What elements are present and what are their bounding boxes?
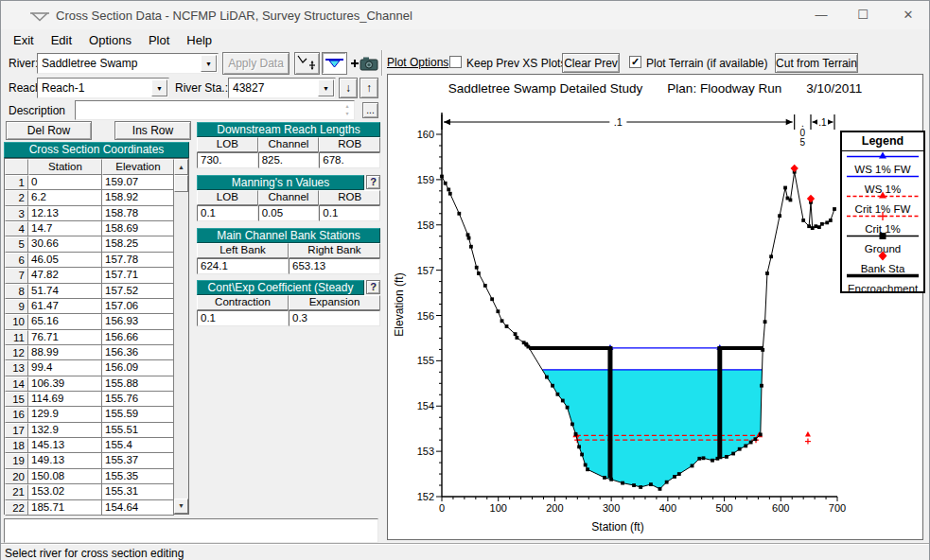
add-picture-button[interactable] (349, 52, 379, 75)
mannings-n-value-1[interactable]: 0.05 (258, 205, 320, 221)
elevation-cell[interactable]: 158.78 (102, 206, 174, 221)
elevation-cell[interactable]: 155.51 (102, 423, 174, 438)
river-sta-label: River Sta.: (175, 81, 228, 95)
apply-data-button[interactable]: Apply Data (222, 52, 290, 75)
station-cell[interactable]: 88.99 (28, 345, 102, 360)
keep-prev-label[interactable]: Keep Prev XS Plots (466, 57, 566, 70)
help-button-cont-exp[interactable]: ? (366, 280, 380, 294)
elevation-cell[interactable]: 154.64 (102, 500, 174, 516)
ground-point (744, 444, 747, 447)
table-scrollbar[interactable]: ▲ ▼ (174, 159, 188, 514)
station-cell[interactable]: 145.13 (28, 438, 102, 453)
reach-select[interactable]: Reach-1 ▼ (37, 78, 169, 98)
elevation-cell[interactable]: 158.69 (102, 221, 174, 236)
menu-item-options[interactable]: Options (80, 31, 140, 49)
station-cell[interactable]: 153.02 (28, 484, 102, 499)
river-sta-select[interactable]: 43827 ▼ (228, 78, 336, 98)
close-button[interactable]: ✕ (894, 5, 922, 26)
menu-item-exit[interactable]: Exit (5, 31, 43, 49)
mannings-n-value-2[interactable]: 0.1 (319, 205, 380, 221)
scroll-up-icon[interactable]: ▲ (174, 159, 188, 175)
elevation-cell[interactable]: 155.59 (102, 407, 174, 422)
cont-exp-value-1[interactable]: 0.3 (289, 310, 380, 326)
elevation-cell[interactable]: 155.88 (102, 376, 174, 392)
menu-item-help[interactable]: Help (178, 31, 220, 49)
graphical-xs-edit-button[interactable] (294, 52, 320, 75)
elevation-cell[interactable]: 156.93 (102, 314, 174, 329)
description-spinner[interactable]: ▴▾ (342, 102, 352, 117)
table-row: 530.66158.25 (5, 236, 188, 252)
ins-row-button[interactable]: Ins Row (114, 121, 191, 140)
menu-item-plot[interactable]: Plot (140, 31, 178, 49)
station-cell[interactable]: 114.69 (28, 392, 102, 407)
row-number: 22 (5, 500, 28, 516)
reach-lengths-value-2[interactable]: 678. (319, 152, 380, 168)
station-cell[interactable]: 0 (28, 175, 102, 190)
scroll-down-icon[interactable]: ▼ (174, 499, 188, 514)
station-cell[interactable]: 129.9 (28, 407, 102, 422)
station-cell[interactable]: 132.9 (28, 423, 102, 438)
reach-lengths-value-1[interactable]: 825. (258, 152, 320, 168)
n-value-label: 5 (800, 137, 806, 148)
station-cell[interactable]: 149.13 (28, 453, 102, 468)
elevation-cell[interactable]: 156.09 (102, 360, 174, 376)
elevation-cell[interactable]: 155.37 (102, 453, 174, 468)
clear-prev-button[interactable]: Clear Prev (562, 53, 620, 73)
scrollbar-thumb[interactable] (174, 175, 188, 192)
elevation-cell[interactable]: 157.71 (102, 268, 174, 283)
elevation-cell[interactable]: 157.52 (102, 284, 174, 299)
elevation-cell[interactable]: 158.92 (102, 190, 174, 205)
elevation-cell[interactable]: 155.76 (102, 392, 174, 407)
description-field[interactable]: ▴▾ (75, 100, 355, 120)
station-cell[interactable]: 76.71 (28, 330, 102, 345)
chevron-down-icon[interactable]: ▼ (151, 79, 167, 96)
mannings-n-value-0[interactable]: 0.1 (197, 205, 258, 221)
station-cell[interactable]: 51.74 (28, 284, 102, 299)
cut-from-terrain-button[interactable]: Cut from Terrain (775, 53, 858, 73)
station-cell[interactable]: 46.05 (28, 253, 102, 268)
station-cell[interactable]: 150.08 (28, 469, 102, 484)
channel-design-button[interactable] (322, 52, 347, 75)
ground-point (586, 467, 589, 471)
station-cell[interactable]: 30.66 (28, 236, 102, 252)
plot-terrain-label[interactable]: Plot Terrain (if available) (646, 57, 768, 70)
del-row-button[interactable]: Del Row (6, 121, 92, 140)
elevation-cell[interactable]: 155.31 (102, 484, 174, 499)
next-downstream-button[interactable]: ↓ (339, 78, 358, 98)
notes-field[interactable] (4, 518, 378, 543)
plot-options-link[interactable]: Plot Options (387, 56, 448, 69)
station-cell[interactable]: 61.47 (28, 299, 102, 314)
description-expand-button[interactable]: ... (362, 102, 378, 118)
station-cell[interactable]: 14.7 (28, 221, 102, 236)
elevation-cell[interactable]: 156.66 (102, 330, 174, 345)
help-button-mannings-n[interactable]: ? (366, 175, 380, 189)
station-cell[interactable]: 12.13 (28, 206, 102, 221)
bank-stations-value-1[interactable]: 653.13 (289, 258, 380, 274)
station-cell[interactable]: 185.71 (28, 500, 102, 516)
cont-exp-value-0[interactable]: 0.1 (197, 310, 289, 326)
maximize-button[interactable]: ☐ (849, 5, 877, 26)
chevron-down-icon[interactable]: ▼ (201, 55, 217, 72)
plot-terrain-checkbox[interactable]: ✓ (629, 56, 641, 68)
next-upstream-button[interactable]: ↑ (360, 78, 378, 98)
river-select[interactable]: Saddletree Swamp ▼ (37, 53, 219, 74)
minimize-button[interactable]: — (807, 5, 835, 26)
elevation-cell[interactable]: 155.4 (102, 438, 174, 453)
elevation-cell[interactable]: 157.78 (102, 253, 174, 268)
menu-item-edit[interactable]: Edit (43, 31, 80, 49)
elevation-cell[interactable]: 156.36 (102, 345, 174, 360)
chevron-down-icon[interactable]: ▼ (318, 79, 334, 96)
ground-point (603, 476, 606, 480)
keep-prev-checkbox[interactable] (449, 56, 462, 68)
station-cell[interactable]: 106.39 (28, 376, 102, 392)
station-cell[interactable]: 65.16 (28, 314, 102, 329)
elevation-cell[interactable]: 159.07 (102, 175, 174, 190)
reach-lengths-value-0[interactable]: 730. (197, 152, 258, 168)
station-cell[interactable]: 47.82 (28, 268, 102, 283)
elevation-cell[interactable]: 158.25 (102, 236, 174, 252)
bank-stations-value-0[interactable]: 624.1 (197, 258, 289, 274)
station-cell[interactable]: 6.2 (28, 190, 102, 205)
elevation-cell[interactable]: 155.35 (102, 469, 174, 484)
elevation-cell[interactable]: 157.06 (102, 299, 174, 314)
station-cell[interactable]: 99.4 (28, 360, 102, 376)
